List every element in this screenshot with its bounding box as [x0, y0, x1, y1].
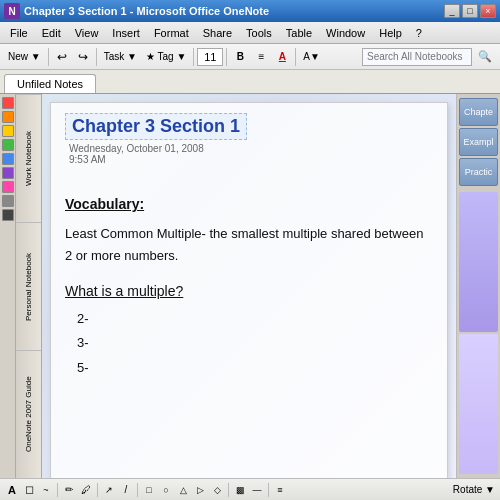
menu-window[interactable]: Window: [320, 25, 371, 41]
menu-edit[interactable]: Edit: [36, 25, 67, 41]
toolbar-separator-5: [295, 48, 296, 66]
bottom-diamond-button[interactable]: ◇: [209, 482, 225, 498]
right-color-lightpurple: [459, 334, 498, 474]
bottom-select-button[interactable]: ◻: [21, 482, 37, 498]
color-dark[interactable]: [2, 209, 14, 221]
bottom-arrow-button[interactable]: ▷: [192, 482, 208, 498]
bottom-pen-button[interactable]: ✏: [61, 482, 77, 498]
menu-format[interactable]: Format: [148, 25, 195, 41]
notebook-tab-personal[interactable]: Personal Notebook: [16, 222, 41, 350]
titlebar-title: Chapter 3 Section 1 - Microsoft Office O…: [24, 5, 269, 17]
tabbar: Unfiled Notes: [0, 70, 500, 94]
menu-share[interactable]: Share: [197, 25, 238, 41]
maximize-button[interactable]: □: [462, 4, 478, 18]
bottom-sep-4: [228, 483, 229, 497]
bottom-sep-2: [97, 483, 98, 497]
list-item-2: 3-: [77, 333, 433, 354]
menu-table[interactable]: Table: [280, 25, 318, 41]
menu-question[interactable]: ?: [410, 25, 428, 41]
menu-file[interactable]: File: [4, 25, 34, 41]
color-blue[interactable]: [2, 153, 14, 165]
bottom-line-button[interactable]: /: [118, 482, 134, 498]
bottom-toolbar: A ◻ ~ ✏ 🖊 ↗ / □ ○ △ ▷ ◇ ▩ — ≡ Rotate ▼: [0, 478, 500, 500]
right-tab-practice[interactable]: Practic: [459, 158, 498, 186]
note-paper: Chapter 3 Section 1 Wednesday, October 0…: [50, 102, 448, 478]
titlebar: N Chapter 3 Section 1 - Microsoft Office…: [0, 0, 500, 22]
list-item-3: 5-: [77, 358, 433, 379]
list-button[interactable]: ≡: [251, 47, 271, 67]
list-item-1: 2-: [77, 309, 433, 330]
notebook-tab-work[interactable]: Work Notebook: [16, 94, 41, 222]
tab-unfiled-notes[interactable]: Unfiled Notes: [4, 74, 96, 93]
note-date: Wednesday, October 01, 2008: [69, 143, 433, 154]
toolbar-separator-2: [96, 48, 97, 66]
color-pink[interactable]: [2, 181, 14, 193]
titlebar-left: N Chapter 3 Section 1 - Microsoft Office…: [4, 3, 269, 19]
task-button[interactable]: Task ▼: [100, 47, 141, 67]
color-purple[interactable]: [2, 167, 14, 179]
note-title[interactable]: Chapter 3 Section 1: [65, 113, 247, 140]
right-tab-chapter[interactable]: Chapte: [459, 98, 498, 126]
bottom-highlight-button[interactable]: 🖊: [78, 482, 94, 498]
toolbar-separator-3: [193, 48, 194, 66]
color-green[interactable]: [2, 139, 14, 151]
menubar: File Edit View Insert Format Share Tools…: [0, 22, 500, 44]
search-container: 🔍: [362, 47, 496, 67]
undo-button[interactable]: ↩: [52, 47, 72, 67]
bottom-circle-button[interactable]: ○: [158, 482, 174, 498]
lcm-text: Least Common Multiple- the smallest mult…: [65, 223, 433, 266]
bottom-sep-5: [268, 483, 269, 497]
right-color-purple: [459, 192, 498, 332]
font-color-button[interactable]: A: [272, 47, 292, 67]
app-icon: N: [4, 3, 20, 19]
bottom-text-button[interactable]: A: [4, 482, 20, 498]
menu-view[interactable]: View: [69, 25, 105, 41]
toolbar-separator-4: [226, 48, 227, 66]
color-yellow[interactable]: [2, 125, 14, 137]
color-gray[interactable]: [2, 195, 14, 207]
bottom-sep-1: [57, 483, 58, 497]
bottom-stroke-button[interactable]: —: [249, 482, 265, 498]
bottom-more-button[interactable]: ≡: [272, 482, 288, 498]
menu-help[interactable]: Help: [373, 25, 408, 41]
bottom-cursor-button[interactable]: ↗: [101, 482, 117, 498]
search-input[interactable]: [362, 48, 472, 66]
content-area: Chapter 3 Section 1 Wednesday, October 0…: [42, 94, 456, 478]
notebook-tabs: Work Notebook Personal Notebook OneNote …: [16, 94, 42, 478]
bottom-sep-3: [137, 483, 138, 497]
color-orange[interactable]: [2, 111, 14, 123]
toolbar-separator-1: [48, 48, 49, 66]
tag-button[interactable]: ★ Tag ▼: [142, 47, 190, 67]
color-red[interactable]: [2, 97, 14, 109]
search-button[interactable]: 🔍: [474, 47, 496, 67]
menu-insert[interactable]: Insert: [106, 25, 146, 41]
bold-button[interactable]: B: [230, 47, 250, 67]
bottom-lasso-button[interactable]: ~: [38, 482, 54, 498]
rotate-button[interactable]: Rotate ▼: [452, 482, 496, 498]
vocabulary-heading: Vocabulary:: [65, 193, 433, 215]
bottom-fill-button[interactable]: ▩: [232, 482, 248, 498]
highlight-button[interactable]: A▼: [299, 47, 324, 67]
toolbar: New ▼ ↩ ↪ Task ▼ ★ Tag ▼ B ≡ A A▼ 🔍: [0, 44, 500, 70]
bottom-triangle-button[interactable]: △: [175, 482, 191, 498]
font-size-input[interactable]: [197, 48, 223, 66]
redo-button[interactable]: ↪: [73, 47, 93, 67]
titlebar-controls[interactable]: _ □ ×: [444, 4, 496, 18]
bottom-rect-button[interactable]: □: [141, 482, 157, 498]
new-button[interactable]: New ▼: [4, 47, 45, 67]
notebook-tab-guide[interactable]: OneNote 2007 Guide: [16, 350, 41, 478]
minimize-button[interactable]: _: [444, 4, 460, 18]
note-time: 9:53 AM: [69, 154, 433, 165]
close-button[interactable]: ×: [480, 4, 496, 18]
left-sidebar: [0, 94, 16, 478]
note-body: Vocabulary: Least Common Multiple- the s…: [65, 179, 433, 387]
menu-tools[interactable]: Tools: [240, 25, 278, 41]
note-header: Chapter 3 Section 1 Wednesday, October 0…: [65, 113, 433, 165]
right-tab-example[interactable]: Exampl: [459, 128, 498, 156]
right-panel: Chapte Exampl Practic: [456, 94, 500, 478]
multiple-question: What is a multiple?: [65, 280, 433, 302]
